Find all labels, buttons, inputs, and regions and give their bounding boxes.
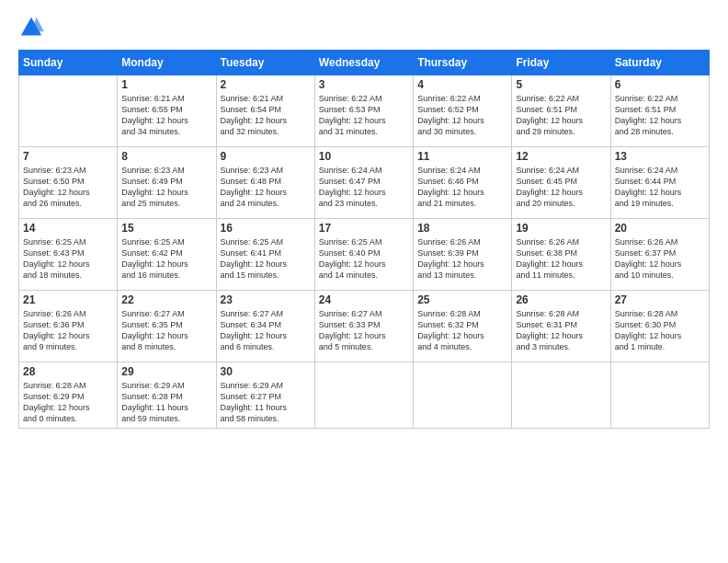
day-info: Sunrise: 6:23 AM Sunset: 6:50 PM Dayligh…: [23, 165, 113, 210]
day-info: Sunrise: 6:21 AM Sunset: 6:54 PM Dayligh…: [221, 93, 311, 138]
day-number: 26: [516, 293, 606, 306]
day-number: 13: [615, 150, 705, 163]
day-number: 10: [319, 150, 409, 163]
calendar-cell: 30Sunrise: 6:29 AM Sunset: 6:27 PM Dayli…: [216, 362, 314, 429]
calendar-cell: 19Sunrise: 6:26 AM Sunset: 6:38 PM Dayli…: [512, 219, 610, 291]
week-row-2: 7Sunrise: 6:23 AM Sunset: 6:50 PM Daylig…: [19, 147, 710, 219]
calendar-cell: 6Sunrise: 6:22 AM Sunset: 6:51 PM Daylig…: [610, 75, 709, 147]
day-info: Sunrise: 6:22 AM Sunset: 6:53 PM Dayligh…: [319, 93, 409, 138]
header-monday: Monday: [118, 51, 216, 75]
day-info: Sunrise: 6:26 AM Sunset: 6:36 PM Dayligh…: [23, 308, 113, 353]
day-number: 20: [615, 222, 705, 235]
calendar-cell: 29Sunrise: 6:29 AM Sunset: 6:28 PM Dayli…: [118, 362, 216, 429]
day-number: 18: [417, 222, 507, 235]
day-info: Sunrise: 6:24 AM Sunset: 6:46 PM Dayligh…: [417, 165, 507, 210]
calendar-cell: 24Sunrise: 6:27 AM Sunset: 6:33 PM Dayli…: [314, 291, 413, 362]
calendar-cell: 16Sunrise: 6:25 AM Sunset: 6:41 PM Dayli…: [216, 219, 314, 291]
calendar-cell: 13Sunrise: 6:24 AM Sunset: 6:44 PM Dayli…: [610, 147, 709, 219]
day-number: 8: [121, 150, 211, 163]
calendar: Sunday Monday Tuesday Wednesday Thursday…: [18, 50, 710, 429]
day-info: Sunrise: 6:26 AM Sunset: 6:37 PM Dayligh…: [615, 236, 705, 282]
calendar-cell: 15Sunrise: 6:25 AM Sunset: 6:42 PM Dayli…: [118, 219, 216, 291]
day-number: 7: [23, 150, 113, 163]
header: [18, 15, 710, 40]
calendar-cell: [314, 362, 413, 429]
day-info: Sunrise: 6:21 AM Sunset: 6:55 PM Dayligh…: [121, 93, 211, 138]
logo-icon: [18, 15, 44, 40]
day-info: Sunrise: 6:27 AM Sunset: 6:34 PM Dayligh…: [221, 308, 311, 353]
day-info: Sunrise: 6:25 AM Sunset: 6:43 PM Dayligh…: [23, 236, 113, 282]
day-info: Sunrise: 6:25 AM Sunset: 6:42 PM Dayligh…: [121, 236, 211, 282]
day-number: 24: [319, 293, 409, 306]
week-row-3: 14Sunrise: 6:25 AM Sunset: 6:43 PM Dayli…: [19, 219, 710, 291]
calendar-header-row: Sunday Monday Tuesday Wednesday Thursday…: [19, 51, 710, 75]
day-info: Sunrise: 6:29 AM Sunset: 6:27 PM Dayligh…: [221, 380, 311, 425]
day-info: Sunrise: 6:22 AM Sunset: 6:51 PM Dayligh…: [516, 93, 606, 138]
calendar-cell: [19, 75, 118, 147]
header-wednesday: Wednesday: [314, 51, 413, 75]
day-number: 3: [319, 78, 409, 91]
day-number: 15: [121, 222, 211, 235]
day-info: Sunrise: 6:29 AM Sunset: 6:28 PM Dayligh…: [121, 380, 211, 425]
calendar-cell: 9Sunrise: 6:23 AM Sunset: 6:48 PM Daylig…: [216, 147, 314, 219]
day-number: 12: [516, 150, 606, 163]
week-row-4: 21Sunrise: 6:26 AM Sunset: 6:36 PM Dayli…: [19, 291, 710, 362]
logo: [18, 15, 46, 40]
day-number: 23: [221, 293, 311, 306]
day-info: Sunrise: 6:24 AM Sunset: 6:45 PM Dayligh…: [516, 165, 606, 210]
day-info: Sunrise: 6:26 AM Sunset: 6:39 PM Dayligh…: [417, 236, 507, 282]
day-number: 11: [417, 150, 507, 163]
calendar-cell: 23Sunrise: 6:27 AM Sunset: 6:34 PM Dayli…: [216, 291, 314, 362]
day-info: Sunrise: 6:27 AM Sunset: 6:33 PM Dayligh…: [319, 308, 409, 353]
day-info: Sunrise: 6:27 AM Sunset: 6:35 PM Dayligh…: [121, 308, 211, 353]
calendar-cell: 21Sunrise: 6:26 AM Sunset: 6:36 PM Dayli…: [19, 291, 118, 362]
day-number: 29: [121, 365, 211, 378]
week-row-5: 28Sunrise: 6:28 AM Sunset: 6:29 PM Dayli…: [19, 362, 710, 429]
header-friday: Friday: [512, 51, 610, 75]
day-info: Sunrise: 6:28 AM Sunset: 6:30 PM Dayligh…: [615, 308, 705, 353]
calendar-cell: 5Sunrise: 6:22 AM Sunset: 6:51 PM Daylig…: [512, 75, 610, 147]
calendar-cell: 11Sunrise: 6:24 AM Sunset: 6:46 PM Dayli…: [414, 147, 512, 219]
day-number: 14: [23, 222, 113, 235]
day-info: Sunrise: 6:23 AM Sunset: 6:48 PM Dayligh…: [221, 165, 311, 210]
day-number: 16: [221, 222, 311, 235]
header-saturday: Saturday: [610, 51, 709, 75]
day-info: Sunrise: 6:28 AM Sunset: 6:29 PM Dayligh…: [23, 380, 113, 425]
day-info: Sunrise: 6:28 AM Sunset: 6:32 PM Dayligh…: [417, 308, 507, 353]
calendar-cell: 8Sunrise: 6:23 AM Sunset: 6:49 PM Daylig…: [118, 147, 216, 219]
calendar-cell: 28Sunrise: 6:28 AM Sunset: 6:29 PM Dayli…: [19, 362, 118, 429]
calendar-cell: 14Sunrise: 6:25 AM Sunset: 6:43 PM Dayli…: [19, 219, 118, 291]
calendar-cell: 22Sunrise: 6:27 AM Sunset: 6:35 PM Dayli…: [118, 291, 216, 362]
day-number: 19: [516, 222, 606, 235]
calendar-cell: 12Sunrise: 6:24 AM Sunset: 6:45 PM Dayli…: [512, 147, 610, 219]
day-info: Sunrise: 6:22 AM Sunset: 6:52 PM Dayligh…: [417, 93, 507, 138]
day-number: 1: [121, 78, 211, 91]
calendar-cell: 27Sunrise: 6:28 AM Sunset: 6:30 PM Dayli…: [610, 291, 709, 362]
day-number: 5: [516, 78, 606, 91]
day-number: 25: [417, 293, 507, 306]
calendar-cell: 3Sunrise: 6:22 AM Sunset: 6:53 PM Daylig…: [314, 75, 413, 147]
calendar-cell: 7Sunrise: 6:23 AM Sunset: 6:50 PM Daylig…: [19, 147, 118, 219]
calendar-cell: 1Sunrise: 6:21 AM Sunset: 6:55 PM Daylig…: [118, 75, 216, 147]
day-number: 17: [319, 222, 409, 235]
header-sunday: Sunday: [19, 51, 118, 75]
day-info: Sunrise: 6:23 AM Sunset: 6:49 PM Dayligh…: [121, 165, 211, 210]
day-number: 2: [221, 78, 311, 91]
calendar-cell: 10Sunrise: 6:24 AM Sunset: 6:47 PM Dayli…: [314, 147, 413, 219]
header-tuesday: Tuesday: [216, 51, 314, 75]
day-number: 30: [221, 365, 311, 378]
calendar-cell: 2Sunrise: 6:21 AM Sunset: 6:54 PM Daylig…: [216, 75, 314, 147]
day-number: 4: [417, 78, 507, 91]
day-info: Sunrise: 6:25 AM Sunset: 6:41 PM Dayligh…: [221, 236, 311, 282]
day-number: 28: [23, 365, 113, 378]
day-number: 27: [615, 293, 705, 306]
calendar-cell: 25Sunrise: 6:28 AM Sunset: 6:32 PM Dayli…: [414, 291, 512, 362]
day-number: 9: [221, 150, 311, 163]
day-info: Sunrise: 6:22 AM Sunset: 6:51 PM Dayligh…: [615, 93, 705, 138]
day-info: Sunrise: 6:24 AM Sunset: 6:47 PM Dayligh…: [319, 165, 409, 210]
day-info: Sunrise: 6:26 AM Sunset: 6:38 PM Dayligh…: [516, 236, 606, 282]
day-number: 6: [615, 78, 705, 91]
week-row-1: 1Sunrise: 6:21 AM Sunset: 6:55 PM Daylig…: [19, 75, 710, 147]
page: Sunday Monday Tuesday Wednesday Thursday…: [0, 0, 728, 563]
day-info: Sunrise: 6:28 AM Sunset: 6:31 PM Dayligh…: [516, 308, 606, 353]
